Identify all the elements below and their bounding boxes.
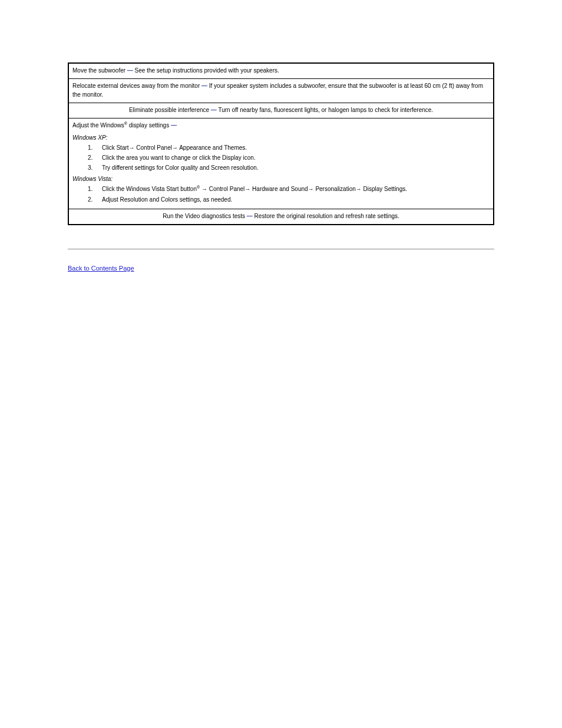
- registered-icon: ®: [197, 185, 200, 189]
- cell-interference: Eliminate possible interference — Turn o…: [68, 103, 494, 118]
- registered-icon: ®: [124, 121, 127, 126]
- cell-prefix: Run the Video diagnostics tests: [163, 213, 247, 219]
- cell-prefix: Relocate external devices away from the …: [72, 83, 201, 89]
- cell-prefix-head: Adjust the Windows: [72, 122, 124, 129]
- dash-icon: —: [201, 83, 207, 89]
- table-row: Move the subwoofer — See the setup instr…: [68, 63, 494, 79]
- list-item: 2.Click the area you want to change or c…: [88, 153, 490, 162]
- step-number: 2.: [88, 153, 102, 162]
- list-item: 3.Try different settings for Color quali…: [88, 163, 490, 172]
- cell-body: Restore the original resolution and refr…: [253, 213, 399, 219]
- step-text: Click the Windows Vista Start button® → …: [102, 185, 490, 193]
- cell-body: See the setup instructions provided with…: [133, 67, 279, 74]
- list-item: 2. Adjust Resolution and Colors settings…: [88, 195, 490, 204]
- dash-icon: —: [211, 107, 217, 113]
- xp-steps: 1.Click Start→ Control Panel→ Appearance…: [72, 143, 490, 172]
- cell-prefix-tail: display settings: [127, 122, 171, 129]
- step-number: 3.: [88, 163, 102, 172]
- dash-icon: —: [127, 67, 133, 74]
- cell-prefix: Move the subwoofer: [72, 67, 127, 74]
- step-text: Click Start→ Control Panel→ Appearance a…: [102, 143, 490, 152]
- step-text-post: Adjust Resolution and Colors settings, a…: [102, 196, 232, 203]
- table-row: Relocate external devices away from the …: [68, 79, 494, 103]
- step-number: 1.: [88, 143, 102, 152]
- cell-relocate: Relocate external devices away from the …: [68, 79, 494, 103]
- document-page: Move the subwoofer — See the setup instr…: [0, 0, 562, 272]
- os-heading-vista: Windows Vista:: [72, 174, 490, 183]
- troubleshooting-table: Move the subwoofer — See the setup instr…: [68, 62, 494, 225]
- intro-line: Adjust the Windows® display settings —: [72, 121, 490, 130]
- list-item: 1. Click the Windows Vista Start button®…: [88, 185, 490, 193]
- divider: [68, 249, 494, 249]
- step-number: 1.: [88, 185, 102, 193]
- cell-body: Turn off nearby fans, fluorescent lights…: [217, 107, 433, 113]
- step-text: Adjust Resolution and Colors settings, a…: [102, 195, 490, 204]
- list-item: 1.Click Start→ Control Panel→ Appearance…: [88, 143, 490, 152]
- vista-steps: 1. Click the Windows Vista Start button®…: [72, 185, 490, 203]
- table-row: Adjust the Windows® display settings — W…: [68, 118, 494, 209]
- table-row: Eliminate possible interference — Turn o…: [68, 103, 494, 118]
- step-text-post: → Control Panel→ Hardware and Sound→ Per…: [200, 186, 407, 193]
- dash-icon: —: [247, 213, 253, 219]
- os-heading-xp: Windows XP:: [72, 133, 490, 142]
- step-text: Try different settings for Color quality…: [102, 163, 490, 172]
- cell-subwoofer: Move the subwoofer — See the setup instr…: [68, 63, 494, 79]
- dash-icon: —: [171, 122, 177, 129]
- cell-display-settings: Adjust the Windows® display settings — W…: [68, 118, 494, 209]
- cell-diagnostics: Run the Video diagnostics tests — Restor…: [68, 209, 494, 225]
- step-number: 2.: [88, 195, 102, 204]
- step-text-pre: Click the Windows Vista Start button: [102, 186, 197, 193]
- cell-prefix: Eliminate possible interference: [129, 107, 211, 113]
- back-to-contents-link[interactable]: Back to Contents Page: [68, 265, 134, 272]
- step-text: Click the area you want to change or cli…: [102, 153, 490, 162]
- table-row: Run the Video diagnostics tests — Restor…: [68, 209, 494, 225]
